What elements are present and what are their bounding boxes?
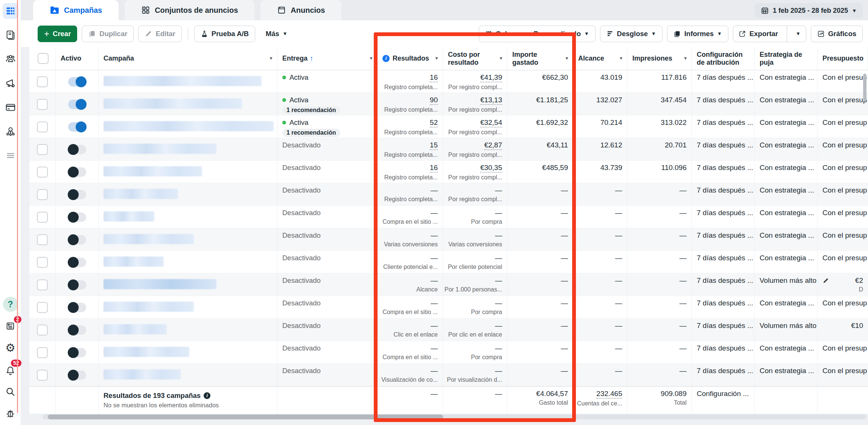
row-campaign-cell[interactable] [99,296,277,318]
table-row[interactable]: Desactivado —Visualización de co... —Por… [29,364,868,386]
row-checkbox[interactable] [37,144,48,155]
active-toggle[interactable] [68,122,86,132]
menu-lines-icon[interactable] [3,147,18,163]
header-importe[interactable]: Importe gastado▼ [507,47,573,70]
campaigns-grid-icon[interactable] [3,3,18,19]
header-costo[interactable]: Costo por resultado▼ [443,47,507,70]
columns-button[interactable]: Columnas: Personalizado ▼ [479,26,595,42]
header-select-all[interactable] [29,47,56,70]
table-row[interactable]: Activa 1 recomendación 90Registro comple… [29,93,868,115]
updates-icon[interactable]: 2 [3,318,18,334]
header-estrategia[interactable]: Estrategia de puja [755,47,818,70]
vertical-scrollbar-thumb[interactable] [863,74,866,102]
table-row[interactable]: Desactivado —Compra en el sitio ... —Por… [29,206,868,228]
date-range-picker[interactable]: 1 feb 2025 - 28 feb 2025 ▼ [755,3,863,18]
row-checkbox[interactable] [37,257,48,268]
horizontal-scrollbar-thumb[interactable] [48,414,443,419]
header-presupuesto[interactable]: Presupuesto [818,47,868,70]
export-dropdown[interactable]: ▼ [790,26,806,42]
active-toggle[interactable] [68,190,86,199]
row-campaign-cell[interactable] [99,341,277,363]
row-checkbox[interactable] [37,167,48,178]
active-toggle[interactable] [68,77,86,87]
table-row[interactable]: Desactivado —Cliente potencial e... —Por… [29,251,868,273]
duplicate-button[interactable]: Duplicar [82,26,134,42]
active-toggle[interactable] [68,100,86,109]
edit-button[interactable]: Editar [138,26,181,42]
row-checkbox[interactable] [37,212,48,223]
table-row[interactable]: Desactivado —Compra en el sitio ... —Por… [29,341,868,364]
help-icon[interactable]: ? [3,296,18,312]
export-main[interactable]: Exportar [733,26,783,42]
row-campaign-cell[interactable] [99,319,277,341]
recommendation-badge[interactable]: 1 recomendación [282,129,340,137]
create-button[interactable]: + Crear [38,26,77,42]
export-button[interactable]: Exportar ▼ [733,26,806,42]
row-campaign-cell[interactable] [99,183,277,205]
row-checkbox[interactable] [37,279,48,290]
select-all-checkbox[interactable] [38,53,49,64]
row-checkbox[interactable] [37,121,48,132]
row-campaign-cell[interactable] [99,251,277,273]
header-campana[interactable]: Campaña▼ [99,47,277,70]
active-toggle[interactable] [68,303,86,312]
active-toggle[interactable] [68,348,86,357]
active-toggle[interactable] [68,258,86,267]
row-campaign-cell[interactable] [99,93,277,115]
table-row[interactable]: Activa 1 recomendación 52Registro comple… [29,115,868,138]
row-campaign-cell[interactable] [99,70,277,93]
audiences-icon[interactable] [3,51,18,67]
active-toggle[interactable] [68,212,86,222]
notifications-bell-icon[interactable]: 52 [3,362,18,378]
tab-ads[interactable]: Anuncios [260,0,341,20]
active-toggle[interactable] [68,235,86,244]
header-impresiones[interactable]: Impresiones▼ [627,47,692,70]
row-checkbox[interactable] [37,99,48,110]
row-checkbox[interactable] [37,370,48,381]
table-row[interactable]: Desactivado —Clic en el enlace —Por clic… [29,319,868,341]
row-campaign-cell[interactable] [99,161,277,183]
table-row[interactable]: Desactivado —Registro completa... —Por r… [29,183,868,206]
table-row[interactable]: Desactivado —Alcance —Por 1.000 personas… [29,273,868,296]
row-checkbox[interactable] [37,325,48,335]
search-icon[interactable] [3,384,18,399]
header-configuracion[interactable]: Configuración de atribución [692,47,755,70]
breakdown-button[interactable]: Desglose ▼ [600,26,662,42]
ab-test-button[interactable]: Prueba A/B [194,26,255,42]
header-alcance[interactable]: Alcance▼ [573,47,627,70]
reports-button[interactable]: Informes ▼ [667,26,728,42]
table-row[interactable]: Desactivado —Varias conversiones —Varias… [29,228,868,251]
info-icon[interactable]: i [382,55,390,62]
table-row[interactable]: Activa 16Registro completa... €41,39Por … [29,70,868,93]
recommendation-badge[interactable]: 1 recomendación [282,106,340,114]
table-row[interactable]: Desactivado 16Registro completa... €30,3… [29,161,868,183]
header-entrega[interactable]: Entrega↑▼ [277,47,378,70]
row-campaign-cell[interactable] [99,206,277,228]
row-checkbox[interactable] [37,302,48,313]
row-checkbox[interactable] [37,76,48,87]
active-toggle[interactable] [68,370,86,380]
tab-campaigns[interactable]: Campañas [33,0,119,20]
billing-card-icon[interactable] [3,99,18,115]
table-row[interactable]: Desactivado —Compra en el sitio ... —Por… [29,296,868,319]
budget-edit-icon[interactable] [822,278,829,284]
header-resultados[interactable]: iResultados▼ [378,47,443,70]
row-campaign-cell[interactable] [99,115,277,138]
megaphone-settings-icon[interactable] [3,75,18,91]
row-campaign-cell[interactable] [99,273,277,296]
horizontal-scrollbar[interactable] [43,414,866,419]
info-icon[interactable]: i [204,392,210,399]
bug-report-icon[interactable] [3,405,18,421]
charts-button[interactable]: Gráficos [811,26,863,42]
active-toggle[interactable] [68,167,86,177]
active-toggle[interactable] [68,280,86,290]
table-row[interactable]: Desactivado 15Registro completa... €2,87… [29,138,868,161]
row-campaign-cell[interactable] [99,364,277,386]
pages-icon[interactable] [3,27,18,43]
row-checkbox[interactable] [37,189,48,200]
more-button[interactable]: Más ▼ [260,26,294,42]
row-checkbox[interactable] [37,347,48,358]
row-campaign-cell[interactable] [99,138,277,160]
row-campaign-cell[interactable] [99,228,277,250]
events-network-icon[interactable] [3,123,18,139]
